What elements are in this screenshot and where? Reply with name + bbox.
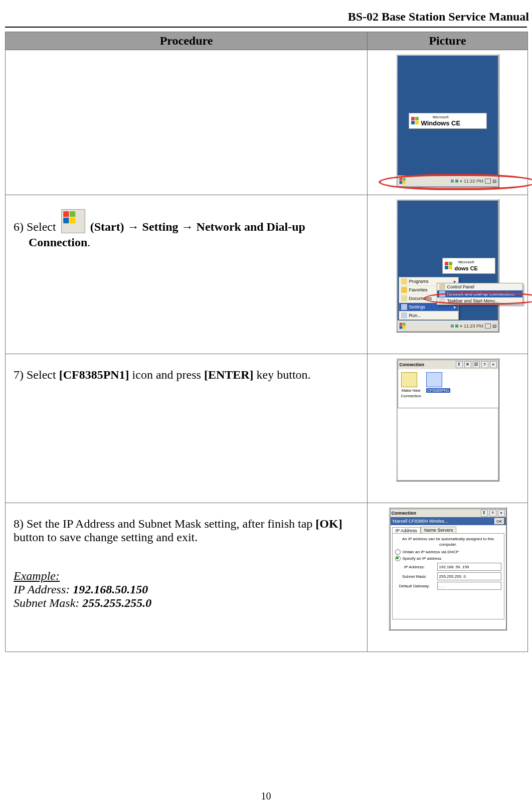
window-titlebar: Connection ⇧ ✕ ☑ ? × bbox=[398, 360, 498, 369]
tray-clock: 11:23 PM bbox=[464, 324, 483, 329]
radio-static[interactable]: Specify an IP address bbox=[395, 556, 501, 561]
settings-submenu[interactable]: Control Panel Network and Dial-up Connec… bbox=[437, 283, 523, 305]
screenshot-start-menu: Microsoft dows CE Programs▸ Favorites▸ D… bbox=[396, 199, 499, 333]
row-d-procedure: 8) Set the IP Address and Subnet Mask se… bbox=[6, 503, 368, 652]
tab-name-servers[interactable]: Name Servers bbox=[421, 527, 457, 533]
col-header-picture: Picture bbox=[368, 32, 528, 50]
input-value: . . . bbox=[439, 584, 445, 588]
help-icon[interactable]: ? bbox=[481, 361, 488, 368]
radio-icon[interactable] bbox=[395, 549, 401, 555]
input-gateway[interactable]: . . . bbox=[437, 582, 501, 590]
step6-dot: . bbox=[87, 236, 90, 249]
field-label-subnet: Subnet Mask: bbox=[395, 574, 434, 579]
connections-window: Connection ⇧ ✕ ☑ ? × bbox=[398, 360, 499, 408]
network-adapter-icon bbox=[426, 372, 442, 387]
step6-setting: Setting bbox=[142, 220, 179, 233]
col-header-procedure: Procedure bbox=[6, 32, 368, 50]
step8-text: button to save change setting and exit. bbox=[14, 531, 198, 544]
start-button[interactable] bbox=[399, 177, 407, 185]
arrow-icon: → bbox=[182, 220, 194, 233]
wince-brand-small: Microsoft bbox=[455, 260, 478, 264]
wince-taskbar[interactable]: » 11:22 PM ▤ bbox=[398, 176, 498, 186]
radio-icon-checked[interactable] bbox=[395, 556, 401, 561]
input-subnet-mask[interactable]: 255.255.255. 0 bbox=[437, 572, 501, 580]
help-icon[interactable]: ? bbox=[489, 510, 496, 517]
connection-item-new[interactable]: Make New Connection bbox=[401, 372, 421, 398]
row-d-picture: Connection ⇧ ? × 'Marvell CF8385N Wirele… bbox=[368, 503, 528, 652]
system-tray[interactable]: » 11:22 PM ▤ bbox=[451, 179, 497, 184]
wince-splash-logo: Microsoft dows CE bbox=[443, 258, 495, 273]
input-value: 192.168. 50 .159 bbox=[439, 565, 469, 569]
connection-label-selected: CF8385PN1 bbox=[426, 388, 450, 393]
step6-network: Network and Dial-up bbox=[197, 220, 305, 233]
wince-taskbar[interactable]: » 11:23 PM ▤ bbox=[398, 321, 498, 331]
ok-button[interactable]: OK bbox=[494, 518, 504, 525]
close-icon[interactable]: × bbox=[490, 361, 497, 368]
wince-brand-partial: dows CE bbox=[455, 265, 478, 271]
example-label: Example: bbox=[14, 569, 359, 583]
menu-label: Programs bbox=[409, 279, 429, 284]
arrow-icon: → bbox=[127, 220, 139, 233]
toolbar-icon[interactable]: ⇧ bbox=[481, 510, 488, 517]
tray-icon[interactable] bbox=[455, 180, 458, 183]
submenu-item-taskbar[interactable]: Taskbar and Start Menu... bbox=[437, 297, 522, 304]
screenshot-ip-properties: Connection ⇧ ? × 'Marvell CF8385N Wirele… bbox=[389, 507, 507, 630]
tray-sip-icon[interactable] bbox=[485, 324, 491, 329]
toolbar-icon[interactable]: ☑ bbox=[473, 361, 480, 368]
start-button[interactable] bbox=[399, 322, 407, 330]
toolbar-icon[interactable]: ⇧ bbox=[456, 361, 463, 368]
wince-brand: Windows CE bbox=[421, 119, 461, 127]
example-sm-label: Subnet Mask: bbox=[14, 596, 82, 609]
doc-header-title: BS-02 Base Station Service Manual bbox=[0, 10, 532, 27]
info-text: An IP address can be automatically assig… bbox=[395, 536, 501, 547]
tray-sip-icon[interactable] bbox=[485, 179, 491, 184]
step7-icon-name: [CF8385PN1] bbox=[59, 368, 129, 381]
sysbar-title: Connection bbox=[392, 511, 417, 516]
tray-desktop-icon[interactable]: ▤ bbox=[492, 324, 497, 329]
step7-text: key button. bbox=[257, 368, 311, 381]
input-ip-address[interactable]: 192.168. 50 .159 bbox=[437, 563, 501, 571]
submenu-item-network[interactable]: Network and Dial-up Connections bbox=[437, 290, 522, 297]
tab-strip: IP Address Name Servers bbox=[392, 527, 506, 533]
row-c-procedure: 7) Select [CF8385PN1] icon and press [EN… bbox=[6, 354, 368, 503]
screenshot-wince-desktop: Microsoft Windows CE » bbox=[396, 54, 499, 188]
submenu-item-control-panel[interactable]: Control Panel bbox=[437, 283, 522, 290]
windows-flag-icon bbox=[445, 262, 453, 270]
window-title: Connection bbox=[400, 362, 425, 367]
step8-text: 8) Set the IP Address and Subnet Mask se… bbox=[14, 517, 315, 530]
toolbar-icon[interactable]: ✕ bbox=[464, 361, 471, 368]
step6-start: (Start) bbox=[90, 220, 124, 233]
start-icon-inline bbox=[61, 209, 85, 233]
menu-label: Run... bbox=[409, 313, 421, 318]
window-titlebar: 'Marvell CF8385N Wireles... OK bbox=[391, 517, 506, 525]
window-title: 'Marvell CF8385N Wireles... bbox=[392, 519, 448, 524]
field-label-ip: IP Address: bbox=[395, 565, 434, 569]
radio-label: Obtain an IP address via DHCP bbox=[403, 550, 459, 554]
tray-desktop-icon[interactable]: ▤ bbox=[492, 179, 497, 184]
window-sysbar: Connection ⇧ ? × bbox=[391, 509, 506, 517]
input-value: 255.255.255. 0 bbox=[439, 574, 466, 579]
close-icon[interactable]: × bbox=[498, 510, 505, 517]
radio-label: Specify an IP address bbox=[403, 556, 442, 561]
tray-icon[interactable] bbox=[451, 180, 454, 183]
menu-label: Settings bbox=[409, 304, 426, 309]
system-tray[interactable]: » 11:23 PM ▤ bbox=[451, 324, 497, 329]
connection-label: Make New bbox=[401, 388, 421, 393]
row-b-picture: Microsoft dows CE Programs▸ Favorites▸ D… bbox=[368, 195, 528, 354]
radio-dhcp[interactable]: Obtain an IP address via DHCP bbox=[395, 549, 501, 555]
tray-icon[interactable] bbox=[451, 325, 454, 328]
connection-item-cf8385pn1[interactable]: CF8385PN1 bbox=[426, 372, 450, 398]
row-c-picture: Connection ⇧ ✕ ☑ ? × bbox=[368, 354, 528, 503]
wince-brand-small: Microsoft bbox=[421, 115, 461, 119]
step6-connection: Connection bbox=[29, 236, 87, 249]
example-ip-value: 192.168.50.150 bbox=[73, 583, 148, 596]
wince-splash-logo: Microsoft Windows CE bbox=[409, 113, 486, 128]
step8-ok: [OK] bbox=[315, 517, 342, 530]
row-a-picture: Microsoft Windows CE » bbox=[368, 50, 528, 195]
step7-text: 7) Select bbox=[14, 368, 59, 381]
field-label-gateway: Default Gateway: bbox=[395, 584, 434, 588]
menu-item-run[interactable]: Run... bbox=[399, 311, 458, 319]
step7-text: icon and press bbox=[132, 368, 204, 381]
tray-clock: 11:22 PM bbox=[464, 179, 483, 184]
tray-icon[interactable] bbox=[455, 325, 458, 328]
